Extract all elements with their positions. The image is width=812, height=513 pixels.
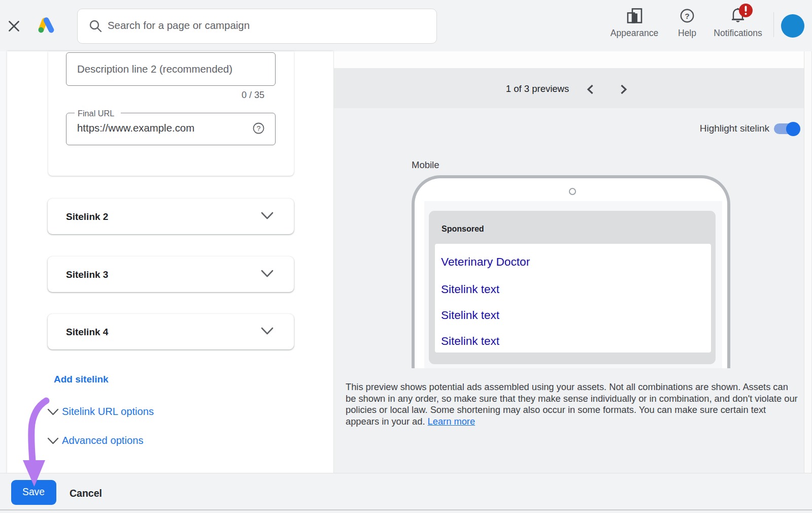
svg-text:?: ? bbox=[256, 124, 260, 133]
svg-text:?: ? bbox=[685, 12, 689, 20]
